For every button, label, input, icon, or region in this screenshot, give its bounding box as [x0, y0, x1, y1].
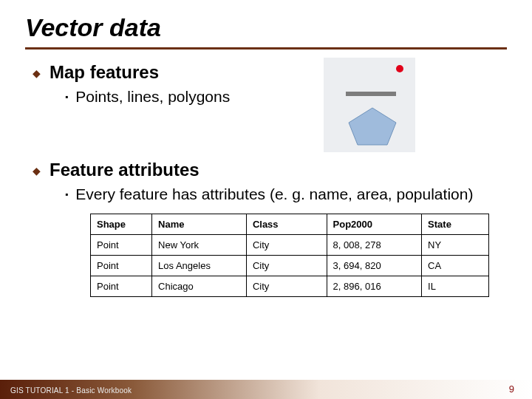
- cell-shape: Point: [91, 234, 152, 255]
- subbullet-text: Points, lines, polygons: [75, 87, 230, 106]
- cell-name: Los Angeles: [152, 255, 247, 276]
- table-row: Point New York City 8, 008, 278 NY: [91, 234, 489, 255]
- cell-state: NY: [422, 234, 489, 255]
- page-number: 9: [509, 383, 514, 395]
- th-state: State: [422, 214, 489, 234]
- th-shape: Shape: [91, 214, 152, 234]
- slide-title: Vector data: [25, 13, 161, 42]
- subbullet-points-lines-polygons: ▪ Points, lines, polygons: [65, 87, 479, 106]
- heading-text: Feature attributes: [50, 160, 200, 180]
- diamond-bullet-icon: ◆: [33, 165, 41, 177]
- bullet-map-features: ◆ Map features: [33, 62, 505, 83]
- attributes-table: Shape Name Class Pop2000 State Point New…: [90, 214, 489, 297]
- cell-class: City: [246, 234, 327, 255]
- diamond-bullet-icon: ◆: [33, 67, 41, 79]
- cell-shape: Point: [91, 276, 152, 296]
- subbullet-text: Every feature has attributes (e. g. name…: [75, 185, 473, 204]
- slide: Vector data ◆ Map features ▪ Points, lin…: [0, 0, 532, 399]
- cell-class: City: [246, 255, 327, 276]
- cell-class: City: [246, 276, 327, 296]
- spacing: [33, 112, 505, 157]
- footer-text: GIS TUTORIAL 1 - Basic Workbook: [10, 386, 132, 395]
- table-row: Point Los Angeles City 3, 694, 820 CA: [91, 255, 489, 276]
- square-bullet-icon: ▪: [65, 189, 68, 200]
- cell-state: IL: [422, 276, 489, 296]
- table-row: Point Chicago City 2, 896, 016 IL: [91, 276, 489, 296]
- cell-pop: 3, 694, 820: [327, 255, 422, 276]
- cell-state: CA: [422, 255, 489, 276]
- th-name: Name: [152, 214, 247, 234]
- cell-name: Chicago: [152, 276, 247, 296]
- content-area: ◆ Map features ▪ Points, lines, polygons…: [33, 59, 505, 297]
- table-header-row: Shape Name Class Pop2000 State: [91, 214, 489, 234]
- th-class: Class: [246, 214, 327, 234]
- title-underline: [25, 47, 507, 50]
- cell-pop: 8, 008, 278: [327, 234, 422, 255]
- cell-pop: 2, 896, 016: [327, 276, 422, 296]
- subbullet-every-feature: ▪ Every feature has attributes (e. g. na…: [65, 185, 479, 204]
- bullet-feature-attributes: ◆ Feature attributes: [33, 160, 505, 180]
- heading-text: Map features: [50, 62, 159, 83]
- th-pop: Pop2000: [327, 214, 422, 234]
- square-bullet-icon: ▪: [65, 92, 68, 102]
- cell-name: New York: [152, 234, 247, 255]
- cell-shape: Point: [91, 255, 152, 276]
